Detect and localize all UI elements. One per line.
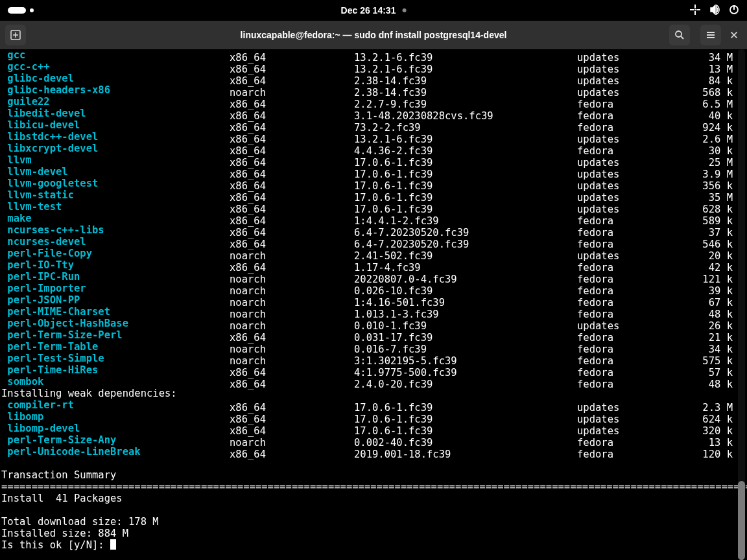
summary-installed: Installed size: 884 M [1,528,738,539]
clock[interactable]: Dec 26 14:31 [341,5,407,16]
close-button[interactable] [726,27,742,43]
scrollbar-thumb[interactable] [738,481,745,560]
package-row: llvm-develx86_6417.0.6-1.fc39updates3.9 … [1,166,738,178]
workspace-dot-icon [30,8,34,12]
terminal-viewport[interactable]: gccx86_6413.2.1-6.fc39updates34 M gcc-c+… [0,49,747,560]
package-row: llvm-testx86_6417.0.6-1.fc39updates628 k [1,201,738,213]
power-icon[interactable] [729,5,739,17]
svg-point-3 [676,31,682,37]
package-row: ncurses-c++-libsx86_646.4-7.20230520.fc3… [1,224,738,236]
package-row: perl-File-Copynoarch2.41-502.fc39updates… [1,248,738,259]
package-row: libedit-develx86_643.1-48.20230828cvs.fc… [1,108,738,119]
package-row: perl-Term-Tablenoarch0.016-7.fc39fedora3… [1,341,738,353]
package-row: libicu-develx86_6473.2-2.fc39fedora924 k [1,119,738,131]
package-row: llvm-staticx86_6417.0.6-1.fc39updates35 … [1,189,738,201]
summary-download: Total download size: 178 M [1,516,738,528]
package-row: llvm-googletestx86_6417.0.6-1.fc39update… [1,178,738,189]
package-row: glibc-headers-x86noarch2.38-14.fc39updat… [1,84,738,96]
window-title: linuxcapable@fedora:~ — sudo dnf install… [241,30,507,40]
datetime-text: Dec 26 14:31 [341,5,396,16]
search-button[interactable] [669,25,690,45]
package-row: glibc-develx86_642.38-14.fc39updates84 k [1,73,738,84]
package-row: gcc-c++x86_6413.2.1-6.fc39updates13 M [1,61,738,73]
activities-pill-icon [8,7,26,14]
confirm-prompt[interactable]: Is this ok [y/N]: [1,539,738,551]
package-row: perl-MIME-Charsetnoarch1.013.1-3.fc39fed… [1,306,738,318]
package-row: makex86_641:4.4.1-2.fc39fedora589 k [1,213,738,224]
package-row: perl-Unicode-LineBreakx86_642019.001-18.… [1,446,738,458]
package-row: libxcrypt-develx86_644.4.36-2.fc39fedora… [1,143,738,154]
package-row: perl-IO-Ttyx86_641.17-4.fc39fedora42 k [1,259,738,271]
package-row: perl-Object-HashBasenoarch0.010-1.fc39up… [1,318,738,329]
notification-dot-icon [402,8,406,12]
package-row: perl-Term-Size-Perlx86_640.031-17.fc39fe… [1,329,738,341]
package-row: libstdc++-develx86_6413.2.1-6.fc39update… [1,131,738,143]
package-row: perl-Time-HiResx86_644:1.9775-500.fc39fe… [1,364,738,376]
top-panel: Dec 26 14:31 [0,0,747,21]
summary-install: Install 41 Packages [1,493,738,504]
svg-rect-1 [733,5,735,10]
package-row: perl-Term-Size-Anynoarch0.002-40.fc39fed… [1,434,738,446]
package-row: gccx86_6413.2.1-6.fc39updates34 M [1,49,738,61]
window-titlebar: linuxcapable@fedora:~ — sudo dnf install… [0,21,747,49]
scrollbar-track[interactable] [738,49,745,560]
package-row: perl-Importernoarch0.026-10.fc39fedora39… [1,283,738,294]
package-row: libomp-develx86_6417.0.6-1.fc39updates32… [1,423,738,434]
package-row: perl-IPC-Runnoarch20220807.0-4.fc39fedor… [1,271,738,283]
new-tab-button[interactable] [5,25,26,45]
summary-title: Transaction Summary [1,469,738,481]
package-row: compiler-rtx86_6417.0.6-1.fc39updates2.3… [1,399,738,411]
package-row: perl-JSON-PPnoarch1:4.16-501.fc39fedora6… [1,294,738,306]
package-row: perl-Test-Simplenoarch3:1.302195-5.fc39f… [1,353,738,364]
package-row: sombokx86_642.4.0-20.fc39fedora48 k [1,376,738,388]
summary-rule: ========================================… [1,481,738,493]
package-row: llvmx86_6417.0.6-1.fc39updates25 M [1,154,738,166]
package-row: ncurses-develx86_646.4-7.20230520.fc39fe… [1,236,738,248]
menu-button[interactable] [700,25,721,45]
package-row: guile22x86_642.2.7-9.fc39fedora6.5 M [1,96,738,108]
network-icon[interactable] [690,5,700,17]
activities-area[interactable] [8,7,34,14]
package-row: libompx86_6417.0.6-1.fc39updates624 k [1,411,738,423]
volume-icon[interactable] [709,5,720,17]
cursor [110,539,116,550]
